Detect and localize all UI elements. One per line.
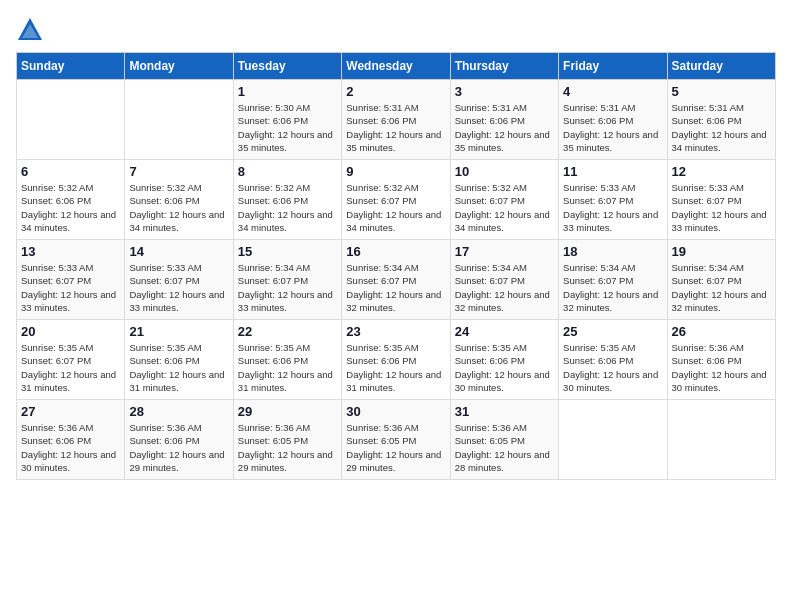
day-number: 22 — [238, 324, 337, 339]
calendar-cell: 28Sunrise: 5:36 AM Sunset: 6:06 PM Dayli… — [125, 400, 233, 480]
calendar-cell: 25Sunrise: 5:35 AM Sunset: 6:06 PM Dayli… — [559, 320, 667, 400]
calendar-week-5: 27Sunrise: 5:36 AM Sunset: 6:06 PM Dayli… — [17, 400, 776, 480]
day-info: Sunrise: 5:31 AM Sunset: 6:06 PM Dayligh… — [455, 101, 554, 154]
weekday-header-monday: Monday — [125, 53, 233, 80]
day-number: 31 — [455, 404, 554, 419]
day-number: 24 — [455, 324, 554, 339]
calendar-cell: 8Sunrise: 5:32 AM Sunset: 6:06 PM Daylig… — [233, 160, 341, 240]
day-number: 17 — [455, 244, 554, 259]
day-number: 19 — [672, 244, 771, 259]
calendar-cell: 5Sunrise: 5:31 AM Sunset: 6:06 PM Daylig… — [667, 80, 775, 160]
day-info: Sunrise: 5:36 AM Sunset: 6:06 PM Dayligh… — [21, 421, 120, 474]
day-number: 4 — [563, 84, 662, 99]
day-number: 9 — [346, 164, 445, 179]
calendar-cell: 9Sunrise: 5:32 AM Sunset: 6:07 PM Daylig… — [342, 160, 450, 240]
calendar-cell: 6Sunrise: 5:32 AM Sunset: 6:06 PM Daylig… — [17, 160, 125, 240]
calendar-cell: 2Sunrise: 5:31 AM Sunset: 6:06 PM Daylig… — [342, 80, 450, 160]
day-number: 29 — [238, 404, 337, 419]
day-number: 10 — [455, 164, 554, 179]
calendar-week-4: 20Sunrise: 5:35 AM Sunset: 6:07 PM Dayli… — [17, 320, 776, 400]
day-info: Sunrise: 5:36 AM Sunset: 6:06 PM Dayligh… — [672, 341, 771, 394]
calendar-cell: 3Sunrise: 5:31 AM Sunset: 6:06 PM Daylig… — [450, 80, 558, 160]
calendar-cell: 11Sunrise: 5:33 AM Sunset: 6:07 PM Dayli… — [559, 160, 667, 240]
day-info: Sunrise: 5:32 AM Sunset: 6:07 PM Dayligh… — [455, 181, 554, 234]
day-info: Sunrise: 5:35 AM Sunset: 6:06 PM Dayligh… — [455, 341, 554, 394]
day-info: Sunrise: 5:33 AM Sunset: 6:07 PM Dayligh… — [563, 181, 662, 234]
day-number: 2 — [346, 84, 445, 99]
calendar-cell: 13Sunrise: 5:33 AM Sunset: 6:07 PM Dayli… — [17, 240, 125, 320]
day-info: Sunrise: 5:36 AM Sunset: 6:05 PM Dayligh… — [238, 421, 337, 474]
day-number: 5 — [672, 84, 771, 99]
logo-icon — [16, 16, 44, 44]
calendar-cell: 15Sunrise: 5:34 AM Sunset: 6:07 PM Dayli… — [233, 240, 341, 320]
day-number: 30 — [346, 404, 445, 419]
day-info: Sunrise: 5:34 AM Sunset: 6:07 PM Dayligh… — [563, 261, 662, 314]
day-number: 21 — [129, 324, 228, 339]
day-number: 25 — [563, 324, 662, 339]
day-info: Sunrise: 5:32 AM Sunset: 6:06 PM Dayligh… — [21, 181, 120, 234]
day-info: Sunrise: 5:34 AM Sunset: 6:07 PM Dayligh… — [238, 261, 337, 314]
day-number: 20 — [21, 324, 120, 339]
calendar-cell: 20Sunrise: 5:35 AM Sunset: 6:07 PM Dayli… — [17, 320, 125, 400]
day-number: 6 — [21, 164, 120, 179]
day-number: 18 — [563, 244, 662, 259]
calendar-cell: 19Sunrise: 5:34 AM Sunset: 6:07 PM Dayli… — [667, 240, 775, 320]
day-number: 14 — [129, 244, 228, 259]
day-info: Sunrise: 5:30 AM Sunset: 6:06 PM Dayligh… — [238, 101, 337, 154]
calendar-cell — [17, 80, 125, 160]
calendar-week-1: 1Sunrise: 5:30 AM Sunset: 6:06 PM Daylig… — [17, 80, 776, 160]
day-info: Sunrise: 5:34 AM Sunset: 6:07 PM Dayligh… — [672, 261, 771, 314]
day-info: Sunrise: 5:34 AM Sunset: 6:07 PM Dayligh… — [346, 261, 445, 314]
day-number: 26 — [672, 324, 771, 339]
day-number: 11 — [563, 164, 662, 179]
day-number: 27 — [21, 404, 120, 419]
day-number: 12 — [672, 164, 771, 179]
calendar-table: SundayMondayTuesdayWednesdayThursdayFrid… — [16, 52, 776, 480]
calendar-cell — [559, 400, 667, 480]
weekday-header-sunday: Sunday — [17, 53, 125, 80]
day-info: Sunrise: 5:35 AM Sunset: 6:07 PM Dayligh… — [21, 341, 120, 394]
day-info: Sunrise: 5:32 AM Sunset: 6:06 PM Dayligh… — [129, 181, 228, 234]
calendar-week-3: 13Sunrise: 5:33 AM Sunset: 6:07 PM Dayli… — [17, 240, 776, 320]
calendar-cell: 14Sunrise: 5:33 AM Sunset: 6:07 PM Dayli… — [125, 240, 233, 320]
weekday-header-saturday: Saturday — [667, 53, 775, 80]
day-number: 13 — [21, 244, 120, 259]
day-number: 28 — [129, 404, 228, 419]
calendar-cell: 29Sunrise: 5:36 AM Sunset: 6:05 PM Dayli… — [233, 400, 341, 480]
day-info: Sunrise: 5:32 AM Sunset: 6:06 PM Dayligh… — [238, 181, 337, 234]
calendar-cell: 10Sunrise: 5:32 AM Sunset: 6:07 PM Dayli… — [450, 160, 558, 240]
day-info: Sunrise: 5:32 AM Sunset: 6:07 PM Dayligh… — [346, 181, 445, 234]
day-info: Sunrise: 5:33 AM Sunset: 6:07 PM Dayligh… — [129, 261, 228, 314]
day-number: 16 — [346, 244, 445, 259]
calendar-cell: 18Sunrise: 5:34 AM Sunset: 6:07 PM Dayli… — [559, 240, 667, 320]
day-info: Sunrise: 5:34 AM Sunset: 6:07 PM Dayligh… — [455, 261, 554, 314]
calendar-cell: 30Sunrise: 5:36 AM Sunset: 6:05 PM Dayli… — [342, 400, 450, 480]
logo — [16, 16, 48, 44]
calendar-week-2: 6Sunrise: 5:32 AM Sunset: 6:06 PM Daylig… — [17, 160, 776, 240]
calendar-cell: 17Sunrise: 5:34 AM Sunset: 6:07 PM Dayli… — [450, 240, 558, 320]
calendar-cell: 31Sunrise: 5:36 AM Sunset: 6:05 PM Dayli… — [450, 400, 558, 480]
day-info: Sunrise: 5:36 AM Sunset: 6:05 PM Dayligh… — [346, 421, 445, 474]
weekday-header-tuesday: Tuesday — [233, 53, 341, 80]
day-info: Sunrise: 5:31 AM Sunset: 6:06 PM Dayligh… — [563, 101, 662, 154]
weekday-header-friday: Friday — [559, 53, 667, 80]
day-info: Sunrise: 5:35 AM Sunset: 6:06 PM Dayligh… — [129, 341, 228, 394]
calendar-cell: 1Sunrise: 5:30 AM Sunset: 6:06 PM Daylig… — [233, 80, 341, 160]
day-info: Sunrise: 5:35 AM Sunset: 6:06 PM Dayligh… — [346, 341, 445, 394]
day-info: Sunrise: 5:36 AM Sunset: 6:06 PM Dayligh… — [129, 421, 228, 474]
day-info: Sunrise: 5:33 AM Sunset: 6:07 PM Dayligh… — [21, 261, 120, 314]
calendar-cell: 27Sunrise: 5:36 AM Sunset: 6:06 PM Dayli… — [17, 400, 125, 480]
weekday-header-thursday: Thursday — [450, 53, 558, 80]
calendar-cell: 12Sunrise: 5:33 AM Sunset: 6:07 PM Dayli… — [667, 160, 775, 240]
weekday-header-wednesday: Wednesday — [342, 53, 450, 80]
calendar-cell — [125, 80, 233, 160]
day-info: Sunrise: 5:35 AM Sunset: 6:06 PM Dayligh… — [238, 341, 337, 394]
day-info: Sunrise: 5:35 AM Sunset: 6:06 PM Dayligh… — [563, 341, 662, 394]
day-number: 23 — [346, 324, 445, 339]
calendar-cell — [667, 400, 775, 480]
calendar-cell: 4Sunrise: 5:31 AM Sunset: 6:06 PM Daylig… — [559, 80, 667, 160]
page-header — [16, 16, 776, 44]
calendar-cell: 16Sunrise: 5:34 AM Sunset: 6:07 PM Dayli… — [342, 240, 450, 320]
calendar-cell: 22Sunrise: 5:35 AM Sunset: 6:06 PM Dayli… — [233, 320, 341, 400]
calendar-cell: 21Sunrise: 5:35 AM Sunset: 6:06 PM Dayli… — [125, 320, 233, 400]
